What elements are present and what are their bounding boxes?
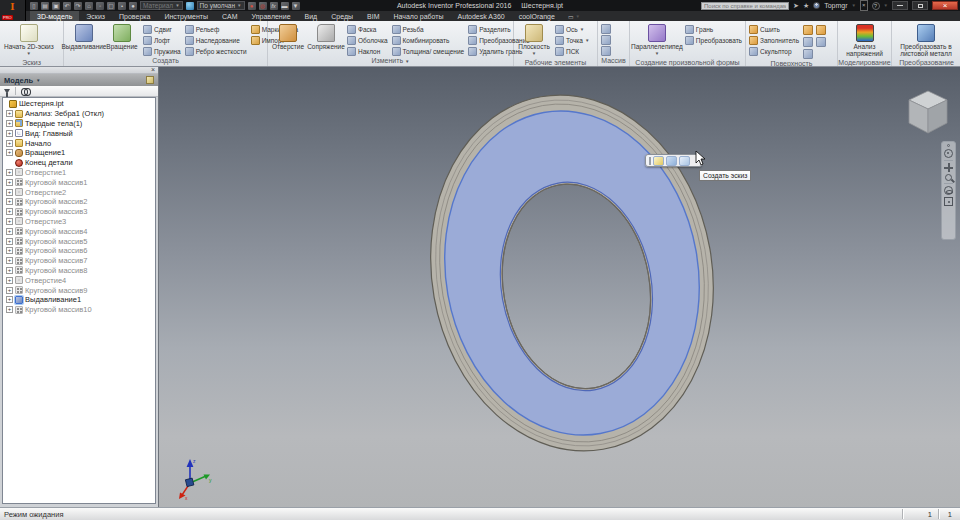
line-weight-icon[interactable]: ▬ <box>281 2 289 10</box>
ribbon-button-stitch[interactable]: Сшить <box>749 24 799 34</box>
search-binoculars-icon[interactable] <box>21 88 31 94</box>
expander-icon[interactable]: + <box>6 179 13 186</box>
parameters-fx-icon[interactable]: fx <box>270 2 278 10</box>
help-caret-icon[interactable]: ▼ <box>884 3 888 8</box>
ribbon-button-derive[interactable]: Наследование <box>185 35 247 45</box>
expander-icon[interactable]: + <box>6 296 13 303</box>
expander-icon[interactable]: + <box>6 140 13 147</box>
ribbon-button-stress[interactable]: Анализ напряжений <box>841 23 888 58</box>
user-avatar-icon[interactable] <box>813 2 820 9</box>
expander-icon[interactable]: + <box>6 287 13 294</box>
ribbon-button-sculpt[interactable]: Скульптор <box>749 46 799 56</box>
ribbon-tab[interactable]: BIM <box>360 11 386 21</box>
browser-tree-item[interactable]: Шестерня.ipt <box>3 99 155 109</box>
create-sketch-button[interactable] <box>653 156 664 166</box>
browser-tree-item[interactable]: +Анализ: Зебра1 (Откл) <box>3 109 155 119</box>
ribbon-button-sweep[interactable]: Сдвиг <box>143 24 181 34</box>
mini-toolbar-grip[interactable] <box>649 157 651 165</box>
create-sketch-plane-button[interactable] <box>679 156 690 166</box>
ribbon-button-extrude[interactable]: Выдавливание <box>67 23 101 51</box>
zoom-icon[interactable] <box>945 174 952 181</box>
expander-icon[interactable]: + <box>6 277 13 284</box>
application-menu-button[interactable]: I PRO <box>0 0 26 21</box>
panel-close-icon[interactable]: × <box>151 67 155 73</box>
orbit-icon[interactable] <box>944 186 953 195</box>
appearance-ball-icon[interactable]: ● <box>129 2 137 10</box>
ribbon-group-label[interactable]: Рабочие элементы <box>514 58 597 66</box>
appearance-ball-icon[interactable] <box>186 2 194 10</box>
ribbon-button-combine[interactable]: Комбинировать <box>392 35 465 45</box>
look-at-icon[interactable] <box>944 197 953 206</box>
ribbon-button-axis[interactable]: Ось▼ <box>555 24 589 34</box>
ribbon-button-shell[interactable]: Оболочка <box>347 35 388 45</box>
pan-icon[interactable] <box>944 163 953 172</box>
browser-tree-item[interactable]: +Отверстие2 <box>3 187 155 197</box>
ribbon-tab[interactable]: CAM <box>215 11 245 21</box>
material-combo[interactable]: Материал▼ <box>140 1 183 10</box>
ribbon-tab[interactable]: Вид <box>298 11 325 21</box>
close-button[interactable]: × <box>932 1 958 10</box>
ribbon-button-start-sketch[interactable]: Начать 2D-эскиз▼ <box>3 23 55 58</box>
filter-icon[interactable] <box>4 89 10 94</box>
browser-tree-item[interactable]: +Круговой массив4 <box>3 226 155 236</box>
gear-part-model[interactable] <box>159 67 960 507</box>
browser-tree-item[interactable]: +Отверстие4 <box>3 275 155 285</box>
browser-tree-item[interactable]: +Твердые тела(1) <box>3 119 155 129</box>
expander-icon[interactable]: + <box>6 189 13 196</box>
ribbon-button-loft[interactable]: Лофт <box>143 35 181 45</box>
expander-icon[interactable]: + <box>6 267 13 274</box>
ribbon-tab[interactable]: Начало работы <box>386 11 450 21</box>
navbar-handle-icon[interactable] <box>947 144 950 147</box>
redo-icon[interactable]: ↷ <box>74 2 82 10</box>
ribbon-group-label[interactable]: Моделирование <box>838 58 891 66</box>
ribbon-tab[interactable]: Эскиз <box>79 11 112 21</box>
ribbon-group-label[interactable]: Преобразование <box>892 58 960 66</box>
ribbon-button-draft[interactable]: Наклон <box>347 46 388 56</box>
expander-icon[interactable]: + <box>6 149 13 156</box>
browser-tree-item[interactable]: +Выдавливание1 <box>3 295 155 305</box>
expander-icon[interactable]: + <box>6 306 13 313</box>
fit-icon[interactable] <box>803 49 813 59</box>
browser-tree-item[interactable]: +Вращение1 <box>3 148 155 158</box>
circ-pattern-icon[interactable] <box>601 35 611 45</box>
expander-icon[interactable]: + <box>6 238 13 245</box>
ribbon-button-chamfer[interactable]: Фаска <box>347 24 388 34</box>
ribbon-group-label[interactable]: Создание произвольной формы <box>630 58 745 66</box>
ribbon-tab[interactable]: Autodesk A360 <box>451 11 512 21</box>
ribbon-tab[interactable]: Проверка <box>112 11 157 21</box>
replace-icon[interactable] <box>816 37 826 47</box>
help-icon[interactable]: ? <box>872 2 880 10</box>
ribbon-tab[interactable]: 3D-модель <box>30 11 79 21</box>
appearance-copy-icon[interactable]: ◍ <box>259 2 267 10</box>
more-icon[interactable]: ▼ <box>292 2 300 10</box>
ribbon-button-point[interactable]: Точка▼ <box>555 35 589 45</box>
ribbon-tab[interactable]: coolOrange <box>512 11 562 21</box>
ribbon-button-revolve[interactable]: Вращение <box>105 23 139 51</box>
ribbon-button-patch[interactable]: Заполнитель <box>749 35 799 45</box>
browser-tree-item[interactable]: +Вид: Главный <box>3 128 155 138</box>
browser-tree-item[interactable]: +Круговой массив10 <box>3 305 155 315</box>
browser-tree-item[interactable]: +Круговой массив8 <box>3 266 155 276</box>
minimize-button[interactable] <box>892 1 908 10</box>
restore-button[interactable] <box>912 1 928 10</box>
ruled-icon[interactable] <box>803 25 813 35</box>
ribbon-collapse-button[interactable]: ▭▼ <box>568 11 580 21</box>
ribbon-tab[interactable]: Управление <box>245 11 298 21</box>
trim-icon[interactable] <box>816 25 826 35</box>
browser-tree-item[interactable]: +Круговой массив7 <box>3 256 155 266</box>
browser-tree-item[interactable]: +Круговой массив6 <box>3 246 155 256</box>
ribbon-button-plane[interactable]: Плоскость▼ <box>517 23 551 58</box>
expander-icon[interactable]: + <box>6 198 13 205</box>
ribbon-group-label[interactable]: Поверхность <box>746 59 837 66</box>
viewport-3d[interactable]: Создать эскиз z y x <box>159 67 960 507</box>
expander-icon[interactable]: + <box>6 228 13 235</box>
favorites-star-icon[interactable]: ★ <box>803 1 809 10</box>
ribbon-button-sheetmetal[interactable]: Преобразовать в листовой металл <box>895 23 957 58</box>
expander-icon[interactable]: + <box>6 120 13 127</box>
ribbon-button-thread[interactable]: Резьба <box>392 24 465 34</box>
browser-header[interactable]: Модель ▼ <box>0 74 158 86</box>
browser-tree-item[interactable]: +Круговой массив9 <box>3 285 155 295</box>
ribbon-group-label[interactable]: Изменить ▼ <box>268 56 513 66</box>
browser-tree-item[interactable]: Конец детали <box>3 158 155 168</box>
search-input[interactable] <box>701 2 789 10</box>
